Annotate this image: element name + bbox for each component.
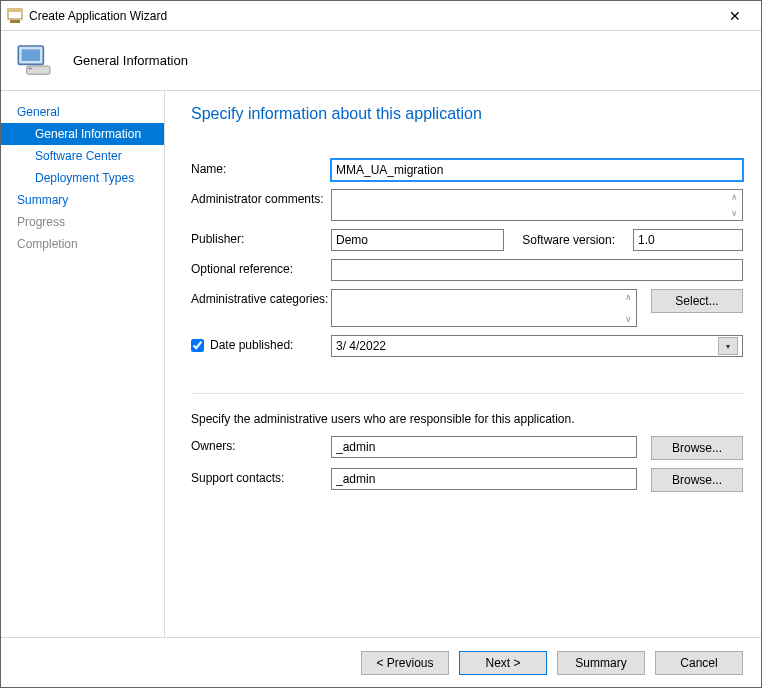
- date-published-checkbox-wrap[interactable]: Date published:: [191, 338, 331, 352]
- header-section-title: General Information: [73, 53, 188, 68]
- support-contacts-label: Support contacts:: [191, 468, 331, 485]
- admin-comments-input[interactable]: ∧∨: [331, 189, 743, 221]
- page-heading: Specify information about this applicati…: [191, 105, 743, 123]
- titlebar: Create Application Wizard ✕: [1, 1, 761, 31]
- summary-button[interactable]: Summary: [557, 651, 645, 675]
- wizard-icon: [7, 8, 23, 24]
- chevron-down-icon[interactable]: ∨: [727, 207, 741, 219]
- date-published-value: 3/ 4/2022: [336, 339, 386, 353]
- name-label: Name:: [191, 159, 331, 176]
- chevron-down-icon[interactable]: ∨: [621, 313, 635, 325]
- date-published-checkbox[interactable]: [191, 339, 204, 352]
- sidebar-item-completion: Completion: [1, 233, 164, 255]
- svg-rect-1: [8, 9, 22, 12]
- date-published-checkbox-label: Date published:: [210, 338, 293, 352]
- sidebar-item-general[interactable]: General: [1, 101, 164, 123]
- close-button[interactable]: ✕: [715, 8, 755, 24]
- admin-categories-label: Administrative categories:: [191, 289, 331, 306]
- next-button[interactable]: Next >: [459, 651, 547, 675]
- cancel-button[interactable]: Cancel: [655, 651, 743, 675]
- date-published-picker[interactable]: 3/ 4/2022 ▾: [331, 335, 743, 357]
- browse-support-contacts-button[interactable]: Browse...: [651, 468, 743, 492]
- publisher-input[interactable]: [331, 229, 504, 251]
- sidebar: General General Information Software Cen…: [1, 91, 165, 637]
- date-published-label: Date published:: [191, 335, 331, 352]
- chevron-up-icon[interactable]: ∧: [621, 291, 635, 303]
- sidebar-item-progress: Progress: [1, 211, 164, 233]
- select-categories-button[interactable]: Select...: [651, 289, 743, 313]
- svg-rect-4: [22, 49, 40, 61]
- svg-rect-2: [10, 20, 20, 23]
- previous-button[interactable]: < Previous: [361, 651, 449, 675]
- optional-reference-input[interactable]: [331, 259, 743, 281]
- optional-reference-label: Optional reference:: [191, 259, 331, 276]
- scroll-arrows[interactable]: ∧∨: [727, 191, 741, 219]
- window-title: Create Application Wizard: [29, 9, 715, 23]
- svg-rect-5: [27, 66, 50, 74]
- support-contacts-input[interactable]: [331, 468, 637, 490]
- owners-label: Owners:: [191, 436, 331, 453]
- wizard-footer: < Previous Next > Summary Cancel: [1, 637, 761, 687]
- svg-rect-6: [28, 67, 31, 69]
- wizard-header: General Information: [1, 31, 761, 91]
- computer-icon: [15, 41, 55, 81]
- wizard-body: General General Information Software Cen…: [1, 91, 761, 637]
- admin-comments-label: Administrator comments:: [191, 189, 331, 206]
- software-version-input[interactable]: [633, 229, 743, 251]
- admin-categories-box[interactable]: ∧∨: [331, 289, 637, 327]
- calendar-dropdown-icon[interactable]: ▾: [718, 337, 738, 355]
- scroll-arrows[interactable]: ∧∨: [621, 291, 635, 325]
- software-version-label: Software version:: [522, 233, 615, 247]
- sidebar-item-software-center[interactable]: Software Center: [1, 145, 164, 167]
- sidebar-item-general-information[interactable]: General Information: [1, 123, 164, 145]
- sidebar-item-deployment-types[interactable]: Deployment Types: [1, 167, 164, 189]
- main-panel: Specify information about this applicati…: [165, 91, 761, 637]
- wizard-window: Create Application Wizard ✕ General Info…: [0, 0, 762, 688]
- responsible-users-note: Specify the administrative users who are…: [191, 412, 743, 426]
- owners-input[interactable]: [331, 436, 637, 458]
- browse-owners-button[interactable]: Browse...: [651, 436, 743, 460]
- chevron-up-icon[interactable]: ∧: [727, 191, 741, 203]
- sidebar-item-summary[interactable]: Summary: [1, 189, 164, 211]
- publisher-label: Publisher:: [191, 229, 331, 246]
- name-input[interactable]: [331, 159, 743, 181]
